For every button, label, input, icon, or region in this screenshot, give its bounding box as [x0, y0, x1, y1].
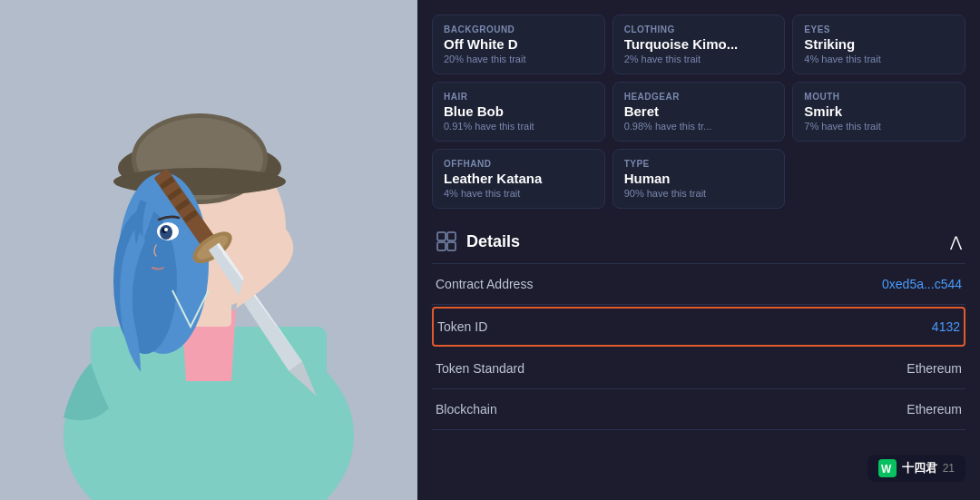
trait-card[interactable]: MOUTH Smirk 7% have this trait — [792, 82, 965, 142]
trait-card[interactable]: EYES Striking 4% have this trait — [792, 15, 965, 74]
detail-value[interactable]: 0xed5a...c544 — [882, 277, 962, 291]
details-title: Details — [466, 232, 520, 251]
detail-row: Contract Address 0xed5a...c544 — [432, 264, 965, 305]
details-icon — [436, 230, 457, 252]
detail-value[interactable]: 4132 — [932, 319, 960, 334]
svg-rect-29 — [447, 242, 456, 250]
trait-category: HAIR — [444, 92, 593, 102]
trait-rarity: 90% have this trait — [624, 188, 774, 199]
trait-category: EYES — [804, 25, 954, 34]
trait-category: BACKGROUND — [444, 25, 593, 34]
details-section: Details ⋀ Contract Address 0xed5a...c544… — [432, 220, 965, 430]
trait-rarity: 2% have this trait — [624, 54, 774, 64]
svg-rect-28 — [437, 242, 446, 250]
trait-rarity: 0.98% have this tr... — [624, 121, 774, 132]
trait-card[interactable]: OFFHAND Leather Katana 4% have this trai… — [432, 149, 605, 209]
trait-value: Blue Bob — [444, 103, 593, 119]
svg-point-15 — [164, 228, 168, 231]
watermark-handle: 十四君 — [902, 460, 937, 476]
trait-card[interactable]: HAIR Blue Bob 0.91% have this trait — [432, 82, 605, 142]
trait-value: Human — [624, 171, 774, 186]
details-header[interactable]: Details ⋀ — [432, 220, 965, 263]
svg-text:W: W — [881, 463, 892, 475]
trait-category: TYPE — [624, 159, 774, 169]
trait-value: Striking — [804, 36, 954, 52]
chevron-up-icon: ⋀ — [950, 233, 962, 250]
trait-value: Beret — [624, 103, 774, 119]
detail-label: Contract Address — [436, 277, 533, 291]
detail-value[interactable]: Ethereum — [906, 402, 962, 417]
svg-rect-26 — [437, 232, 446, 240]
trait-category: MOUTH — [804, 92, 954, 102]
trait-category: HEADGEAR — [624, 92, 774, 102]
trait-rarity: 7% have this trait — [804, 121, 954, 132]
detail-label: Token ID — [437, 319, 487, 334]
detail-row: Blockchain Ethereum — [432, 389, 965, 430]
traits-grid: BACKGROUND Off White D 20% have this tra… — [432, 15, 965, 209]
trait-value: Leather Katana — [444, 171, 593, 186]
right-panel: BACKGROUND Off White D 20% have this tra… — [417, 0, 980, 500]
nft-image-panel — [0, 0, 417, 500]
trait-value: Off White D — [444, 36, 593, 52]
trait-rarity: 4% have this trait — [804, 54, 954, 64]
trait-rarity: 0.91% have this trait — [444, 121, 593, 132]
trait-card[interactable]: TYPE Human 90% have this trait — [612, 149, 786, 209]
detail-row: Token ID 4132 — [432, 307, 965, 347]
detail-row: Token Standard Ethereum — [432, 348, 965, 389]
detail-label: Token Standard — [436, 361, 524, 376]
trait-card[interactable]: BACKGROUND Off White D 20% have this tra… — [432, 15, 605, 74]
trait-value: Smirk — [804, 103, 954, 119]
wechat-icon: W — [878, 459, 897, 477]
trait-rarity: 4% have this trait — [444, 188, 593, 199]
svg-rect-27 — [447, 232, 456, 240]
details-rows: Contract Address 0xed5a...c544 Token ID … — [432, 264, 965, 430]
watermark-page: 21 — [943, 462, 955, 475]
trait-card[interactable]: HEADGEAR Beret 0.98% have this tr... — [612, 82, 786, 142]
watermark-badge: W 十四君 21 — [867, 455, 965, 482]
trait-card[interactable]: CLOTHING Turquoise Kimo... 2% have this … — [612, 15, 786, 74]
detail-label: Blockchain — [436, 402, 497, 417]
detail-value[interactable]: Ethereum — [906, 361, 962, 376]
watermark-area: W 十四君 21 — [432, 451, 965, 485]
trait-value: Turquoise Kimo... — [624, 36, 774, 52]
details-header-left: Details — [436, 230, 520, 252]
trait-rarity: 20% have this trait — [444, 54, 593, 64]
trait-category: CLOTHING — [624, 25, 774, 34]
trait-category: OFFHAND — [444, 159, 593, 169]
